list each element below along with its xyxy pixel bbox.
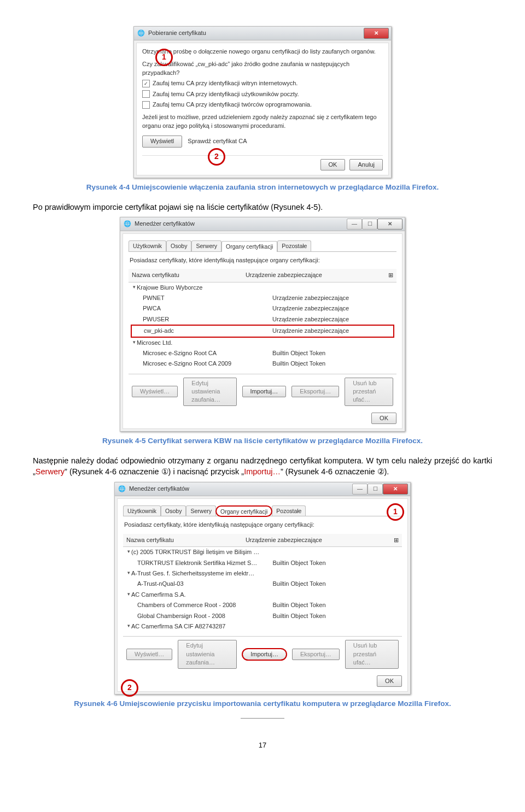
- dialog-title: Menedżer certyfikatów: [135, 220, 195, 228]
- chk-label: Zaufaj temu CA przy identyfikacji witryn…: [153, 79, 298, 87]
- maximize-button[interactable]: ☐: [362, 219, 377, 230]
- edit-trust-button[interactable]: Edytuj ustawienia zaufania…: [183, 378, 236, 406]
- remove-button[interactable]: Usuń lub przestań ufać…: [345, 640, 399, 668]
- dialog-title: Pobieranie certyfikatu: [148, 29, 206, 37]
- para-after-4-4: Po prawidłowym imporcie certyfikat pojaw…: [33, 202, 492, 213]
- table-group[interactable]: AC Camerfirma SA CIF A82743287: [125, 621, 400, 632]
- tab-row: Użytkownik Osoby Serwery Organy certyfik…: [123, 505, 402, 517]
- cert-table: Krajowe Biuro WyborczePWNETUrządzenie za…: [129, 283, 396, 372]
- maximize-button[interactable]: ☐: [368, 484, 383, 495]
- remove-button[interactable]: Usuń lub przestań ufać…: [345, 378, 393, 406]
- table-row[interactable]: cw_pki-adcUrządzenie zabezpieczające: [131, 325, 394, 337]
- col-device: Urządzenie zabezpieczające: [246, 536, 322, 544]
- app-icon: 🌐: [124, 220, 131, 228]
- table-group[interactable]: AC Camerfirma S.A.: [125, 590, 400, 600]
- dialog-body: Użytkownik Osoby Serwery Organy certyfik…: [117, 498, 408, 692]
- col-cert-name: Nazwa certyfikatu: [126, 536, 174, 544]
- titlebar: 🌐 Menedżer certyfikatów — ☐ ✕: [120, 217, 405, 231]
- minimize-button[interactable]: —: [352, 484, 368, 495]
- chk-label: Zaufaj temu CA przy identyfikacji twórcó…: [153, 101, 312, 109]
- figure-4-5: 🌐 Menedżer certyfikatów — ☐ ✕ Użytkownik…: [33, 217, 492, 432]
- chk-label: Zaufaj temu CA przy identyfikacji użytko…: [153, 90, 299, 98]
- table-row[interactable]: TÜRKTRUST Elektronik Sertifika Hizmet S……: [125, 558, 400, 568]
- table-group[interactable]: Microsec Ltd.: [131, 338, 394, 348]
- table-row[interactable]: A-Trust-nQual-03Builtin Object Token: [125, 579, 400, 589]
- export-button[interactable]: Eksportuj…: [292, 649, 340, 660]
- page-footer-rule: [241, 718, 284, 719]
- chk-trust-websites[interactable]: Zaufaj temu CA przy identyfikacji witryn…: [142, 79, 383, 87]
- table-row[interactable]: PWUSERUrządzenie zabezpieczające: [131, 314, 394, 325]
- chk-trust-mail[interactable]: Zaufaj temu CA przy identyfikacji użytko…: [142, 90, 383, 98]
- table-row[interactable]: Global Chambersign Root - 2008Builtin Ob…: [125, 611, 400, 621]
- table-row[interactable]: PWCAUrządzenie zabezpieczające: [131, 303, 394, 314]
- col-device: Urządzenie zabezpieczające: [246, 271, 322, 279]
- view-button[interactable]: Wyświetl: [142, 136, 182, 147]
- tab-authorities[interactable]: Organy certyfikacji: [216, 506, 272, 517]
- table-group[interactable]: (c) 2005 TÜRKTRUST Bilgi İletişim ve Bil…: [125, 547, 400, 557]
- desc: Posiadasz certyfikaty, które identyfikuj…: [123, 516, 402, 533]
- view-button[interactable]: Wyświetl…: [126, 649, 172, 660]
- close-button[interactable]: ✕: [364, 28, 389, 39]
- button-row: Wyświetl… Edytuj ustawienia zaufania… Im…: [129, 374, 396, 409]
- ok-button[interactable]: OK: [377, 675, 402, 687]
- tab-others[interactable]: Pozostałe: [272, 505, 306, 516]
- view-button[interactable]: Wyświetl…: [132, 386, 178, 397]
- servers-text: Serwery: [36, 467, 65, 476]
- annotation-circle-1: 1: [387, 503, 404, 521]
- table-header: Nazwa certyfikatu Urządzenie zabezpiecza…: [129, 269, 396, 282]
- checkbox-icon[interactable]: [142, 90, 150, 98]
- app-icon: 🌐: [118, 485, 126, 493]
- button-row: Wyświetl… Edytuj ustawienia zaufania… Im…: [123, 636, 402, 672]
- dialog-cert-manager-2: 🌐 Menedżer certyfikatów — ☐ ✕ Użytkownik…: [114, 482, 411, 695]
- cert-table: (c) 2005 TÜRKTRUST Bilgi İletişim ve Bil…: [123, 547, 402, 634]
- dialog-download-cert: 🌐 Pobieranie certyfikatu ✕ Otrzymano pro…: [133, 26, 392, 178]
- dialog-cert-manager: 🌐 Menedżer certyfikatów — ☐ ✕ Użytkownik…: [120, 217, 405, 432]
- tab-user[interactable]: Użytkownik: [129, 240, 166, 251]
- col-cert-name: Nazwa certyfikatu: [132, 271, 179, 279]
- chk-trust-software[interactable]: Zaufaj temu CA przy identyfikacji twórcó…: [142, 101, 383, 109]
- table-row[interactable]: Microsec e-Szigno Root CA 2009Builtin Ob…: [131, 358, 394, 369]
- export-button[interactable]: Eksportuj…: [291, 386, 339, 397]
- titlebar: 🌐 Pobieranie certyfikatu ✕: [134, 27, 391, 40]
- app-icon: 🌐: [137, 29, 145, 37]
- figure-4-6: 🌐 Menedżer certyfikatów — ☐ ✕ Użytkownik…: [33, 482, 492, 695]
- annotation-circle-2: 2: [208, 148, 225, 166]
- ok-button[interactable]: OK: [320, 159, 346, 170]
- caption-4-5: Rysunek 4-5 Certyfikat serwera KBW na li…: [33, 436, 492, 446]
- table-group[interactable]: Krajowe Biuro Wyborcze: [131, 283, 394, 293]
- table-row[interactable]: Chambers of Commerce Root - 2008Builtin …: [125, 600, 400, 610]
- annotation-circle-2: 2: [121, 679, 138, 697]
- ok-button[interactable]: OK: [371, 413, 396, 424]
- tab-others[interactable]: Pozostałe: [277, 240, 311, 251]
- figure-4-4: 🌐 Pobieranie certyfikatu ✕ Otrzymano pro…: [33, 26, 492, 178]
- annotation-circle-1: 1: [155, 49, 173, 66]
- dialog-body: Otrzymano prośbę o dołączenie nowego org…: [136, 43, 389, 175]
- import-button[interactable]: Importuj…: [242, 649, 287, 660]
- tab-people[interactable]: Osoby: [166, 240, 191, 251]
- settings-icon[interactable]: ⊞: [388, 271, 393, 279]
- checkbox-icon[interactable]: [142, 80, 150, 87]
- table-group[interactable]: A-Trust Ges. f. Sicherheitssysteme im el…: [125, 568, 400, 579]
- tab-authorities[interactable]: Organy certyfikacji: [221, 241, 277, 252]
- caption-4-4: Rysunek 4-4 Umiejscowienie włączenia zau…: [33, 183, 492, 193]
- minimize-button[interactable]: —: [347, 219, 362, 230]
- close-button[interactable]: ✕: [383, 484, 408, 495]
- desc: Posiadasz certyfikaty, które identyfikuj…: [129, 252, 396, 269]
- tab-people[interactable]: Osoby: [161, 505, 186, 516]
- close-button[interactable]: ✕: [377, 219, 402, 230]
- table-row[interactable]: Microsec e-Szigno Root CABuiltin Object …: [131, 348, 394, 358]
- table-row[interactable]: PWNETUrządzenie zabezpieczające: [131, 293, 394, 303]
- settings-icon[interactable]: ⊞: [394, 536, 399, 544]
- import-button[interactable]: Importuj…: [242, 386, 287, 397]
- cancel-button[interactable]: Anuluj: [349, 159, 383, 170]
- para-after-4-5: Następnie należy dodać odpowiednio otrzy…: [33, 455, 492, 478]
- checkbox-icon[interactable]: [142, 101, 150, 109]
- tab-servers[interactable]: Serwery: [186, 505, 216, 516]
- tab-row: Użytkownik Osoby Serwery Organy certyfik…: [129, 240, 396, 252]
- table-header: Nazwa certyfikatu Urządzenie zabezpiecza…: [123, 534, 402, 547]
- tab-user[interactable]: Użytkownik: [123, 505, 161, 516]
- tab-servers[interactable]: Serwery: [191, 240, 221, 251]
- verify-text: Sprawdź certyfikat CA: [188, 137, 247, 145]
- edit-trust-button[interactable]: Edytuj ustawienia zaufania…: [178, 640, 237, 668]
- dialog-body: Użytkownik Osoby Serwery Organy certyfik…: [122, 233, 402, 429]
